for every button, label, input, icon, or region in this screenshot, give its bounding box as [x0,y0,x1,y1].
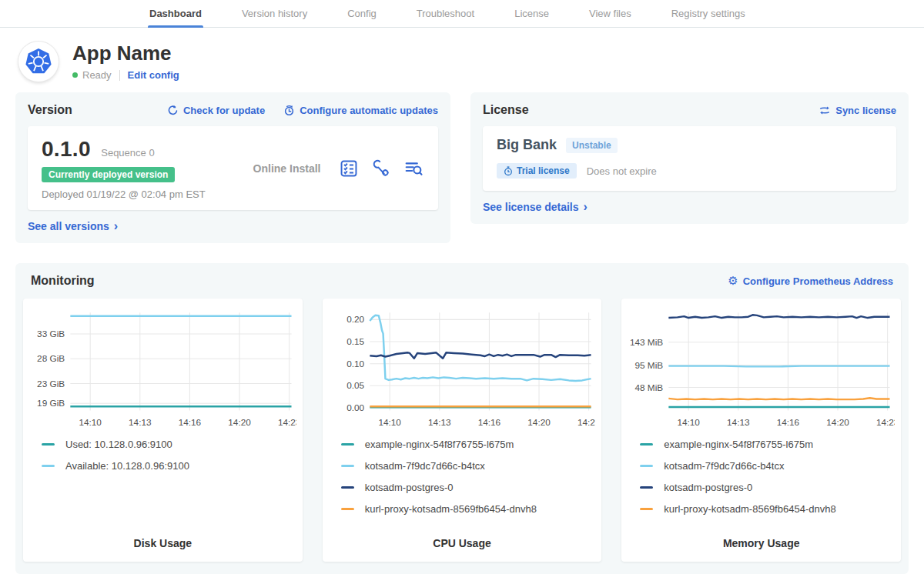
svg-text:14:20: 14:20 [228,417,251,427]
app-logo [18,42,59,82]
view-logs-icon[interactable] [404,159,423,178]
svg-text:14:10: 14:10 [378,417,401,427]
legend-swatch [341,465,354,467]
chevron-right-icon: › [584,203,588,211]
app-status-label: Ready [82,69,112,81]
svg-text:28 GiB: 28 GiB [37,353,65,363]
chevron-right-icon: › [114,222,118,230]
disk-usage-legend: Used: 10.128.0.96:9100Available: 10.128.… [42,439,296,482]
memory-usage-chart-card: 14:1014:1314:1614:2014:23143 MiB95 MiB48… [621,299,901,562]
svg-text:0.20: 0.20 [346,314,364,324]
svg-text:14:13: 14:13 [428,417,451,427]
svg-text:14:16: 14:16 [477,417,500,427]
configure-auto-updates-link[interactable]: Configure automatic updates [283,105,438,116]
release-notes-icon[interactable] [340,159,358,178]
kubernetes-icon [22,45,55,78]
channel-badge: Unstable [566,138,618,153]
legend-swatch [640,465,653,467]
series-line [370,352,591,358]
config-tools-icon[interactable] [372,159,390,178]
legend-item: Used: 10.128.0.96:9100 [42,439,296,450]
svg-text:14:13: 14:13 [129,417,152,427]
legend-label: kotsadm-7f9dc7d66c-b4tcx [664,460,784,472]
tab-version-history[interactable]: Version history [222,0,327,27]
legend-swatch [341,486,354,489]
chart-title: Memory Usage [628,531,895,549]
tab-license[interactable]: License [494,0,569,27]
legend-swatch [640,486,653,489]
license-panel: Big Bank Unstable Trial license Do [483,126,896,191]
edit-config-link[interactable]: Edit config [128,69,179,81]
chart-title: Disk Usage [29,531,296,549]
legend-label: kotsadm-postgres-0 [664,482,752,493]
deployed-badge: Currently deployed version [42,167,175,182]
license-expiry: Does not expire [587,165,657,177]
license-type-badge: Trial license [497,163,577,179]
svg-text:19 GiB: 19 GiB [37,398,65,408]
tab-troubleshoot[interactable]: Troubleshoot [397,0,494,27]
gear-icon: ⚙ [728,276,738,285]
refresh-icon [167,105,179,116]
legend-item: kotsadm-postgres-0 [640,482,895,493]
legend-item: Available: 10.128.0.96:9100 [42,460,296,472]
legend-label: kotsadm-7f9dc7d66c-b4tcx [365,460,485,472]
legend-swatch [42,443,55,446]
svg-text:14:16: 14:16 [179,417,202,427]
license-title: License [483,103,529,117]
top-nav: DashboardVersion historyConfigTroublesho… [0,0,924,28]
legend-item: kotsadm-postgres-0 [341,482,596,493]
cpu-usage-legend: example-nginx-54f8f76755-l675mkotsadm-7f… [341,439,596,525]
divider [119,70,120,81]
legend-item: example-nginx-54f8f76755-l675m [640,439,895,450]
check-for-update-link[interactable]: Check for update [167,105,265,116]
svg-text:95 MiB: 95 MiB [635,360,664,370]
stopwatch-icon [504,166,513,176]
svg-text:14:23: 14:23 [278,417,296,427]
svg-text:14:16: 14:16 [777,417,800,427]
install-type-label: Online Install [234,162,340,175]
svg-text:23 GiB: 23 GiB [37,379,65,389]
legend-swatch [640,443,653,446]
svg-text:33 GiB: 33 GiB [37,329,65,339]
tab-view-files[interactable]: View files [569,0,651,27]
tab-dashboard[interactable]: Dashboard [129,0,222,27]
version-card: Version Check for update [15,92,450,243]
svg-text:0.05: 0.05 [346,380,364,390]
monitoring-card: Monitoring ⚙ Configure Prometheus Addres… [15,263,909,574]
chart-title: CPU Usage [329,531,596,549]
memory-usage-plot: 14:1014:1314:1614:2014:23143 MiB95 MiB48… [628,306,895,431]
see-all-versions-link[interactable]: See all versions › [28,220,118,232]
legend-label: kurl-proxy-kotsadm-8569fb6454-dnvh8 [664,503,835,515]
sequence-label: Sequence 0 [101,147,154,159]
cpu-usage-chart-card: 14:1014:1314:1614:2014:230.200.150.100.0… [323,299,602,562]
legend-swatch [341,508,354,510]
svg-text:14:23: 14:23 [578,417,596,427]
version-title: Version [28,103,72,117]
disk-usage-plot: 14:1014:1314:1614:2014:2333 GiB28 GiB23 … [29,306,296,431]
see-license-details-link[interactable]: See license details › [483,201,588,213]
tab-registry-settings[interactable]: Registry settings [651,0,765,27]
legend-item: kurl-proxy-kotsadm-8569fb6454-dnvh8 [640,503,895,515]
legend-label: kurl-proxy-kotsadm-8569fb6454-dnvh8 [365,503,537,515]
svg-text:14:13: 14:13 [727,417,750,427]
svg-text:143 MiB: 143 MiB [630,337,663,347]
customer-name: Big Bank [497,137,557,153]
svg-text:48 MiB: 48 MiB [635,382,664,392]
legend-label: example-nginx-54f8f76755-l675m [664,439,813,450]
deployed-timestamp: Deployed 01/19/22 @ 02:04 pm EST [42,189,234,200]
legend-label: Used: 10.128.0.96:9100 [65,439,172,450]
legend-label: example-nginx-54f8f76755-l675m [365,439,514,450]
configure-prometheus-link[interactable]: ⚙ Configure Prometheus Address [728,275,893,287]
monitoring-title: Monitoring [31,274,95,288]
series-line [669,398,890,399]
svg-text:14:10: 14:10 [79,417,102,427]
series-line [669,366,890,367]
app-header: App Name Ready Edit config [0,28,924,92]
disk-usage-chart-card: 14:1014:1314:1614:2014:2333 GiB28 GiB23 … [23,299,303,562]
legend-swatch [640,508,653,510]
legend-label: Available: 10.128.0.96:9100 [65,460,189,472]
sync-license-link[interactable]: Sync license [819,105,896,116]
legend-swatch [42,465,55,467]
tab-config[interactable]: Config [327,0,397,27]
svg-text:0.00: 0.00 [346,402,364,412]
